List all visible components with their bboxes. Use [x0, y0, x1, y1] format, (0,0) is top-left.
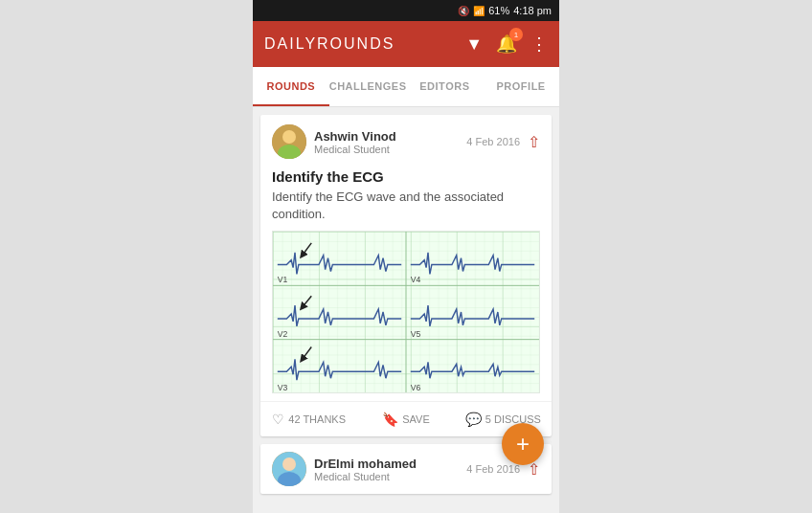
- user-name-2: DrElmi mohamed: [314, 457, 417, 471]
- card-date-1: 4 Feb 2016: [466, 136, 520, 147]
- status-time: 4:18 pm: [513, 5, 552, 16]
- status-bar: 🔇 📶 61% 4:18 pm: [253, 0, 559, 21]
- comment-icon: 💬: [465, 412, 482, 427]
- svg-text:V6: V6: [411, 383, 421, 392]
- share-icon-1[interactable]: ⇧: [528, 133, 540, 151]
- mute-icon: 🔇: [458, 6, 469, 16]
- tab-editors[interactable]: EDITORS: [407, 67, 484, 106]
- filter-icon[interactable]: ▼: [465, 34, 483, 55]
- fab-button[interactable]: +: [502, 423, 544, 465]
- heart-icon: ♡: [272, 412, 284, 427]
- notification-wrapper[interactable]: 🔔 1: [496, 33, 517, 55]
- user-info-2: DrElmi mohamed Medical Student: [272, 452, 417, 486]
- card-date-2: 4 Feb 2016: [466, 463, 520, 475]
- card-description-1: Identify the ECG wave and the associated…: [272, 189, 540, 223]
- card-header-1: Ashwin Vinod Medical Student 4 Feb 2016 …: [260, 115, 552, 165]
- user-details-2: DrElmi mohamed Medical Student: [314, 457, 417, 482]
- card-meta-1: 4 Feb 2016 ⇧: [466, 133, 540, 151]
- discuss-count: 5 DISCUSS: [485, 413, 541, 425]
- save-label: SAVE: [402, 413, 430, 425]
- bookmark-icon: 🔖: [382, 412, 398, 427]
- app-bar: DAILYROUNDS ▼ 🔔 1 ⋮: [253, 21, 559, 67]
- svg-point-1: [282, 130, 296, 144]
- tab-profile[interactable]: PROFILE: [483, 67, 559, 106]
- post-card-1: Ashwin Vinod Medical Student 4 Feb 2016 …: [260, 115, 552, 436]
- user-name-1: Ashwin Vinod: [314, 129, 396, 144]
- user-role-2: Medical Student: [314, 471, 417, 482]
- app-title: DAILYROUNDS: [264, 35, 395, 53]
- fab-icon: +: [516, 431, 530, 457]
- save-button[interactable]: 🔖 SAVE: [357, 408, 454, 431]
- tab-challenges[interactable]: CHALLENGES: [329, 67, 407, 106]
- thanks-button[interactable]: ♡ 42 THANKS: [260, 408, 357, 431]
- svg-text:V5: V5: [411, 329, 421, 339]
- svg-text:V4: V4: [411, 276, 421, 285]
- avatar-2: [272, 452, 306, 486]
- tab-bar: ROUNDS CHALLENGES EDITORS PROFILE: [253, 67, 559, 107]
- card-body-1: Identify the ECG Identify the ECG wave a…: [260, 165, 552, 401]
- wifi-icon: 📶: [473, 6, 485, 16]
- notification-badge: 1: [509, 28, 523, 41]
- user-info-1: Ashwin Vinod Medical Student: [272, 124, 396, 159]
- app-bar-actions: ▼ 🔔 1 ⋮: [465, 33, 548, 55]
- svg-text:V2: V2: [278, 329, 288, 339]
- more-icon[interactable]: ⋮: [530, 33, 548, 55]
- user-role-1: Medical Student: [314, 144, 396, 155]
- avatar-1: [272, 124, 306, 159]
- phone-container: 🔇 📶 61% 4:18 pm DAILYROUNDS ▼ 🔔 1 ⋮ ROUN…: [253, 0, 559, 513]
- svg-text:V1: V1: [278, 276, 288, 285]
- thanks-count: 42 THANKS: [288, 413, 346, 425]
- svg-text:V3: V3: [278, 383, 288, 392]
- tab-rounds[interactable]: ROUNDS: [253, 67, 329, 106]
- content-area: Ashwin Vinod Medical Student 4 Feb 2016 …: [253, 107, 559, 513]
- battery-level: 61%: [488, 5, 509, 16]
- ecg-image: V1 V2 V3 V4 V5 V6: [272, 231, 540, 393]
- svg-point-20: [282, 457, 296, 471]
- user-details-1: Ashwin Vinod Medical Student: [314, 129, 396, 155]
- card-title-1: Identify the ECG: [272, 168, 540, 185]
